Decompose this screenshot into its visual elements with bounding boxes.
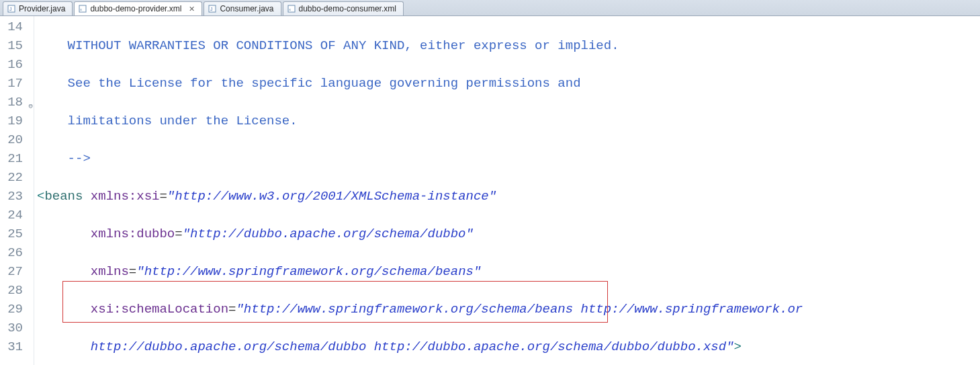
- tab-provider-java[interactable]: J Provider.java: [3, 1, 73, 15]
- line-number: 30: [0, 319, 34, 337]
- code-line: xmlns:dubbo="http://dubbo.apache.org/sch…: [34, 225, 980, 243]
- line-number: 26: [0, 243, 34, 262]
- line-number: 21: [0, 149, 34, 168]
- xml-file-icon: x: [287, 5, 296, 13]
- line-number: 27: [0, 262, 34, 281]
- close-icon[interactable]: ✕: [189, 5, 195, 13]
- line-number: 24: [0, 206, 34, 225]
- svg-text:J: J: [9, 7, 12, 11]
- svg-text:x: x: [80, 7, 82, 11]
- line-number: 19: [0, 112, 34, 130]
- line-number: 20: [0, 130, 34, 149]
- line-number: 18: [0, 93, 34, 112]
- code-line: -->: [34, 149, 980, 168]
- tab-dubbo-consumer-xml[interactable]: x dubbo-demo-consumer.xml: [283, 1, 404, 15]
- xml-file-icon: x: [79, 5, 87, 13]
- code-line: WITHOUT WARRANTIES OR CONDITIONS OF ANY …: [34, 36, 980, 55]
- tab-label: Consumer.java: [220, 4, 273, 13]
- line-number: 28: [0, 281, 34, 300]
- tab-label: dubbo-demo-consumer.xml: [299, 4, 396, 13]
- line-number: 31: [0, 337, 34, 356]
- tab-dubbo-provider-xml[interactable]: x dubbo-demo-provider.xml ✕: [74, 1, 202, 15]
- code-line: http://dubbo.apache.org/schema/dubbo htt…: [34, 337, 980, 356]
- tab-label: Provider.java: [19, 4, 65, 13]
- java-file-icon: J: [7, 5, 15, 13]
- tab-bar: J Provider.java x dubbo-demo-provider.xm…: [0, 0, 980, 16]
- line-number: 25: [0, 225, 34, 243]
- line-number-gutter: 141516171819202122232425262728293031: [0, 16, 34, 365]
- code-line: See the License for the specific languag…: [34, 74, 980, 93]
- line-number: 23: [0, 187, 34, 206]
- editor: 141516171819202122232425262728293031 WIT…: [0, 16, 980, 365]
- line-number: 22: [0, 168, 34, 187]
- code-line: <beans xmlns:xsi="http://www.w3.org/2001…: [34, 187, 980, 206]
- line-number: 15: [0, 36, 34, 55]
- tab-label: dubbo-demo-provider.xml: [90, 4, 181, 13]
- svg-text:x: x: [289, 7, 291, 11]
- line-number: 16: [0, 55, 34, 74]
- line-number: 29: [0, 300, 34, 319]
- code-line: xsi:schemaLocation="http://www.springfra…: [34, 300, 980, 319]
- code-line: limitations under the License.: [34, 112, 980, 130]
- java-file-icon: J: [208, 5, 216, 13]
- line-number: 17: [0, 74, 34, 93]
- code-area[interactable]: WITHOUT WARRANTIES OR CONDITIONS OF ANY …: [34, 16, 980, 365]
- tab-consumer-java[interactable]: J Consumer.java: [204, 1, 281, 15]
- line-number: 14: [0, 17, 34, 36]
- code-line: xmlns="http://www.springframework.org/sc…: [34, 262, 980, 281]
- svg-text:J: J: [210, 7, 213, 11]
